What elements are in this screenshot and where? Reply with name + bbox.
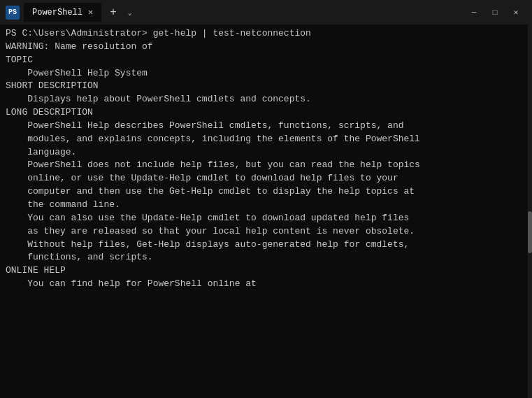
terminal-line: language. bbox=[6, 146, 526, 159]
scrollbar-thumb[interactable] bbox=[528, 211, 532, 253]
terminal-output: TOPIC PowerShell Help SystemSHORT DESCRI… bbox=[6, 54, 526, 291]
terminal-line: modules, and explains concepts, includin… bbox=[6, 133, 526, 146]
terminal-line: functions, and scripts. bbox=[6, 251, 526, 264]
terminal-line: You can also use the Update-Help cmdlet … bbox=[6, 212, 526, 225]
tab-label: PowerShell bbox=[32, 8, 82, 17]
new-tab-button[interactable]: + bbox=[106, 5, 121, 20]
terminal-line: You can find help for PowerShell online … bbox=[6, 278, 526, 291]
terminal-line: PowerShell Help describes PowerShell cmd… bbox=[6, 120, 526, 133]
powershell-window: PS PowerShell ✕ + ⌄ ─ □ ✕ PS C:\Users\Ad… bbox=[0, 0, 532, 398]
terminal-content[interactable]: PS C:\Users\Administrator> get-help | te… bbox=[0, 24, 532, 398]
powershell-icon: PS bbox=[6, 6, 20, 20]
terminal-line: the command line. bbox=[6, 199, 526, 212]
tab-close-button[interactable]: ✕ bbox=[88, 7, 93, 17]
terminal-line: TOPIC bbox=[6, 54, 526, 67]
terminal-line: Displays help about PowerShell cmdlets a… bbox=[6, 93, 526, 106]
prompt-line: PS C:\Users\Administrator> get-help | te… bbox=[6, 27, 526, 41]
warning-line: WARNING: Name resolution of bbox=[6, 41, 526, 54]
terminal-line: LONG DESCRIPTION bbox=[6, 106, 526, 120]
terminal-line: online, or use the Update-Help cmdlet to… bbox=[6, 172, 526, 185]
terminal-line: PowerShell Help System bbox=[6, 67, 526, 80]
titlebar: PS PowerShell ✕ + ⌄ ─ □ ✕ bbox=[0, 0, 532, 24]
window-controls: ─ □ ✕ bbox=[463, 3, 526, 21]
scrollbar[interactable] bbox=[528, 24, 532, 398]
terminal-line: Without help files, Get-Help displays au… bbox=[6, 239, 526, 252]
terminal-line: computer and then use the Get-Help cmdle… bbox=[6, 185, 526, 199]
terminal-line: ONLINE HELP bbox=[6, 264, 526, 278]
active-tab[interactable]: PowerShell ✕ bbox=[24, 3, 101, 22]
minimize-button[interactable]: ─ bbox=[463, 3, 484, 21]
terminal-line: as they are released so that your local … bbox=[6, 225, 526, 239]
maximize-button[interactable]: □ bbox=[484, 3, 505, 21]
close-button[interactable]: ✕ bbox=[505, 3, 526, 21]
titlebar-left: PS PowerShell ✕ + ⌄ bbox=[6, 3, 458, 22]
dropdown-button[interactable]: ⌄ bbox=[125, 7, 135, 18]
terminal-line: PowerShell does not include help files, … bbox=[6, 159, 526, 172]
terminal-line: SHORT DESCRIPTION bbox=[6, 80, 526, 93]
